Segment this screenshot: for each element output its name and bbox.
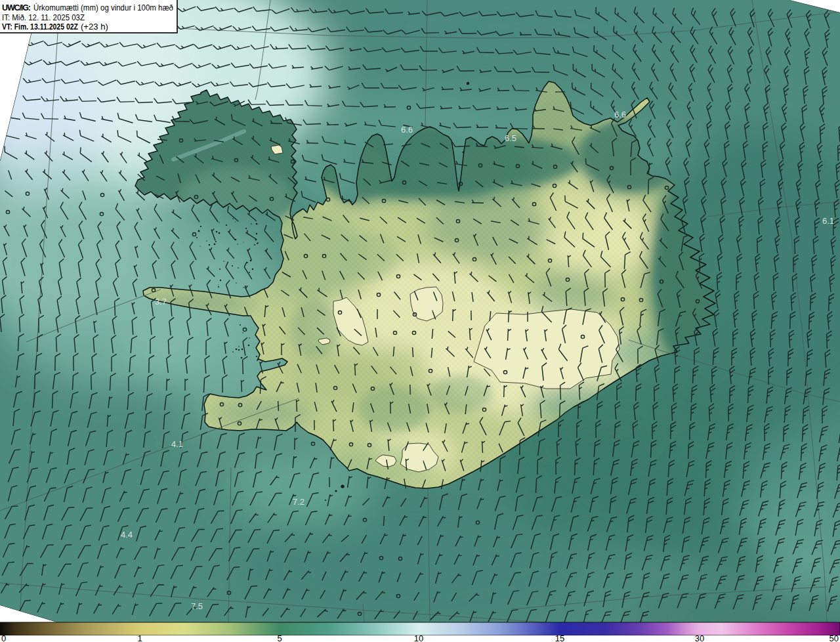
svg-text:5: 5 <box>277 633 282 642</box>
svg-text:6.1: 6.1 <box>822 216 834 226</box>
svg-text:6.6: 6.6 <box>614 110 626 119</box>
svg-text:IT: Mið. 12. 11. 2025 03Z: IT: Mið. 12. 11. 2025 03Z <box>2 13 85 22</box>
svg-text:7.2: 7.2 <box>293 497 304 507</box>
svg-text:30: 30 <box>695 633 704 642</box>
svg-text:6.6: 6.6 <box>401 125 413 135</box>
svg-text:0: 0 <box>1 633 6 642</box>
svg-text:6.5: 6.5 <box>505 133 516 143</box>
svg-text:1.6: 1.6 <box>412 455 424 465</box>
svg-text:10: 10 <box>414 633 423 642</box>
svg-text:3.7: 3.7 <box>155 297 167 307</box>
svg-text:1: 1 <box>137 633 142 642</box>
svg-text:(+23 h): (+23 h) <box>81 22 108 32</box>
svg-text:4.4: 4.4 <box>121 530 133 540</box>
svg-text:VT: Fim. 13.11.2025 02Z: VT: Fim. 13.11.2025 02Z <box>2 22 78 32</box>
svg-text:50: 50 <box>830 633 839 642</box>
svg-text:7.5: 7.5 <box>191 601 203 611</box>
svg-text:15: 15 <box>555 633 564 642</box>
svg-text:UWC/IG:: UWC/IG: <box>2 3 31 12</box>
svg-text:4.1: 4.1 <box>171 439 183 449</box>
svg-text:Úrkomumætti (mm) og vindur i 1: Úrkomumætti (mm) og vindur i 100m hæð <box>33 3 173 12</box>
svg-text:2.0: 2.0 <box>424 304 436 314</box>
